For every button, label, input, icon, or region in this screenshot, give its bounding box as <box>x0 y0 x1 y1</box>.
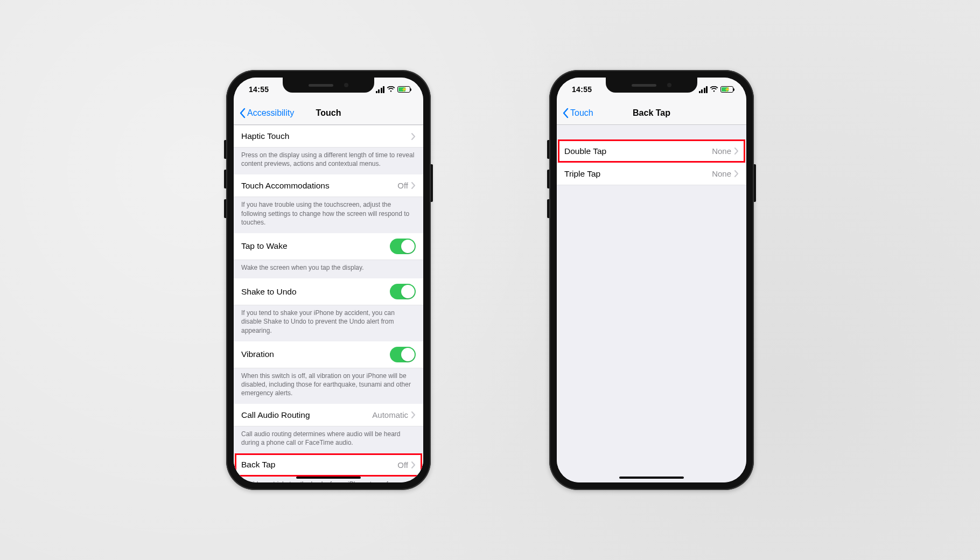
row-value: Off <box>397 181 408 190</box>
row-label: Double Tap <box>564 146 606 156</box>
back-button[interactable]: Accessibility <box>239 108 294 118</box>
notch <box>606 78 697 93</box>
shake-to-undo-switch[interactable] <box>390 284 416 299</box>
chevron-right-icon <box>411 133 416 140</box>
row-label: Triple Tap <box>564 169 600 179</box>
vibration-switch[interactable] <box>390 347 416 362</box>
row-footer: When this switch is off, all vibration o… <box>234 368 423 404</box>
row-label: Shake to Undo <box>241 287 297 297</box>
back-label: Touch <box>570 108 593 118</box>
nav-bar: Touch Back Tap <box>557 101 746 125</box>
row-footer: Call audio routing determines where audi… <box>234 426 423 453</box>
chevron-right-icon <box>411 182 416 189</box>
chevron-right-icon <box>734 148 739 155</box>
chevron-right-icon <box>411 461 416 468</box>
back-button[interactable]: Touch <box>562 108 593 118</box>
status-time: 14:55 <box>249 85 269 94</box>
back-label: Accessibility <box>247 108 294 118</box>
haptic-touch-row[interactable]: Haptic Touch <box>234 125 423 148</box>
double-tap-row[interactable]: Double Tap None <box>557 140 746 163</box>
notch <box>283 78 374 93</box>
row-value: Off <box>397 460 408 470</box>
row-value: None <box>712 169 731 178</box>
call-audio-routing-row[interactable]: Call Audio Routing Automatic <box>234 404 423 426</box>
settings-content[interactable]: Haptic Touch Press on the display using … <box>234 125 423 482</box>
home-indicator[interactable] <box>619 477 684 479</box>
shake-to-undo-row[interactable]: Shake to Undo <box>234 278 423 305</box>
row-label: Vibration <box>241 349 274 359</box>
row-label: Call Audio Routing <box>241 410 310 420</box>
row-value: Automatic <box>372 410 408 419</box>
row-footer: Press on the display using a different l… <box>234 148 423 174</box>
nav-title: Back Tap <box>633 108 670 118</box>
cellular-icon <box>699 86 708 93</box>
chevron-right-icon <box>734 170 739 177</box>
status-time: 14:55 <box>572 85 592 94</box>
chevron-right-icon <box>411 411 416 418</box>
row-label: Touch Accommodations <box>241 181 330 191</box>
battery-icon: ⚡ <box>720 86 733 93</box>
wifi-icon <box>710 86 718 93</box>
home-indicator[interactable] <box>296 477 361 479</box>
chevron-left-icon <box>239 108 246 118</box>
row-footer: If you tend to shake your iPhone by acci… <box>234 305 423 341</box>
phone-mockup-touch-settings: 14:55 ⚡ Accessibility Touch Haptic <box>226 70 431 490</box>
wifi-icon <box>387 86 395 93</box>
tap-to-wake-row[interactable]: Tap to Wake <box>234 233 423 260</box>
battery-icon: ⚡ <box>397 86 410 93</box>
back-tap-row[interactable]: Back Tap Off <box>234 454 423 477</box>
chevron-left-icon <box>562 108 569 118</box>
phone-mockup-back-tap: 14:55 ⚡ Touch Back Tap <box>549 70 754 490</box>
nav-title: Touch <box>316 108 341 118</box>
row-label: Tap to Wake <box>241 241 288 251</box>
row-footer: If you have trouble using the touchscree… <box>234 197 423 233</box>
touch-accommodations-row[interactable]: Touch Accommodations Off <box>234 174 423 197</box>
row-value: None <box>712 146 731 156</box>
row-footer: Wake the screen when you tap the display… <box>234 260 423 278</box>
row-label: Back Tap <box>241 460 275 470</box>
row-label: Haptic Touch <box>241 131 289 141</box>
phone-screen: 14:55 ⚡ Touch Back Tap <box>557 78 746 482</box>
nav-bar: Accessibility Touch <box>234 101 423 125</box>
tap-to-wake-switch[interactable] <box>390 239 416 254</box>
settings-content[interactable]: Double Tap None Triple Tap None <box>557 125 746 482</box>
phone-screen: 14:55 ⚡ Accessibility Touch Haptic <box>234 78 423 482</box>
triple-tap-row[interactable]: Triple Tap None <box>557 163 746 185</box>
vibration-row[interactable]: Vibration <box>234 341 423 368</box>
cellular-icon <box>376 86 385 93</box>
